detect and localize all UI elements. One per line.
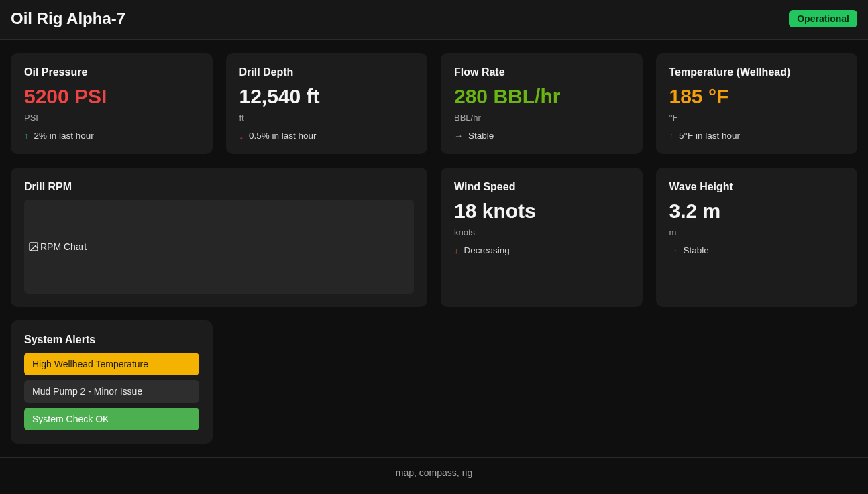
arrow-right-icon: → [669, 246, 678, 255]
card-title: System Alerts [24, 334, 199, 346]
trend-text: Stable [684, 245, 709, 255]
card-drill-rpm: Drill RPM RPM Chart [11, 168, 427, 307]
card-title: Drill RPM [24, 181, 414, 193]
metric-value: 185 °F [669, 85, 845, 107]
trend-text: Stable [468, 131, 494, 141]
trend-text: 2% in last hour [34, 131, 94, 141]
metric-unit: BBL/hr [454, 113, 629, 123]
card-title: Temperature (Wellhead) [669, 66, 845, 78]
metric-value: 12,540 ft [239, 85, 415, 107]
page-header: Oil Rig Alpha-7 Operational [0, 0, 868, 40]
alert-item-info[interactable]: Mud Pump 2 - Minor Issue [24, 380, 199, 403]
metric-unit: PSI [24, 113, 199, 123]
card-drill-depth: Drill Depth 12,540 ft ft ↓ 0.5% in last … [226, 53, 428, 154]
card-system-alerts: System Alerts High Wellhead Temperature … [11, 320, 213, 444]
page-title: Oil Rig Alpha-7 [11, 9, 125, 28]
metric-unit: °F [669, 113, 845, 123]
arrow-up-icon: ↑ [24, 131, 29, 140]
metric-trend: ↓ 0.5% in last hour [239, 131, 415, 141]
arrow-down-icon: ↓ [239, 131, 244, 140]
metric-unit: knots [454, 227, 629, 237]
metric-value: 5200 PSI [24, 85, 199, 107]
metric-trend: → Stable [669, 245, 845, 255]
svg-point-1 [32, 245, 33, 246]
page-footer: map, compass, rig [0, 457, 868, 489]
broken-image-row: RPM Chart [28, 241, 87, 252]
alert-item-success[interactable]: System Check OK [24, 408, 199, 430]
dashboard-grid: Oil Pressure 5200 PSI PSI ↑ 2% in last h… [0, 40, 868, 457]
card-title: Drill Depth [239, 66, 415, 78]
broken-image-alt: RPM Chart [40, 241, 87, 252]
trend-text: 0.5% in last hour [249, 131, 317, 141]
metric-trend: → Stable [454, 131, 629, 141]
metric-unit: ft [239, 113, 415, 123]
metric-trend: ↑ 5°F in last hour [669, 131, 845, 141]
card-flow-rate: Flow Rate 280 BBL/hr BBL/hr → Stable [441, 53, 643, 154]
alert-item-warning[interactable]: High Wellhead Temperature [24, 353, 199, 375]
card-title: Wave Height [669, 181, 845, 193]
arrow-down-icon: ↓ [454, 246, 459, 255]
arrow-right-icon: → [454, 131, 463, 140]
card-wave-height: Wave Height 3.2 m m → Stable [656, 168, 858, 307]
trend-text: 5°F in last hour [679, 131, 740, 141]
metric-value: 280 BBL/hr [454, 85, 629, 107]
metric-value: 3.2 m [669, 200, 845, 222]
rpm-chart-placeholder: RPM Chart [24, 200, 414, 294]
card-wind-speed: Wind Speed 18 knots knots ↓ Decreasing [441, 168, 643, 307]
metric-unit: m [669, 227, 845, 237]
metric-value: 18 knots [454, 200, 629, 222]
card-oil-pressure: Oil Pressure 5200 PSI PSI ↑ 2% in last h… [11, 53, 213, 154]
card-temperature: Temperature (Wellhead) 185 °F °F ↑ 5°F i… [656, 53, 858, 154]
trend-text: Decreasing [464, 245, 510, 255]
card-title: Oil Pressure [24, 66, 199, 78]
card-title: Flow Rate [454, 66, 629, 78]
arrow-up-icon: ↑ [669, 131, 674, 140]
footer-text: map, compass, rig [396, 467, 472, 478]
broken-image-icon [28, 241, 39, 252]
metric-trend: ↓ Decreasing [454, 245, 629, 255]
metric-trend: ↑ 2% in last hour [24, 131, 199, 141]
card-title: Wind Speed [454, 181, 629, 193]
alerts-list: High Wellhead Temperature Mud Pump 2 - M… [24, 353, 199, 430]
status-badge: Operational [789, 10, 857, 27]
